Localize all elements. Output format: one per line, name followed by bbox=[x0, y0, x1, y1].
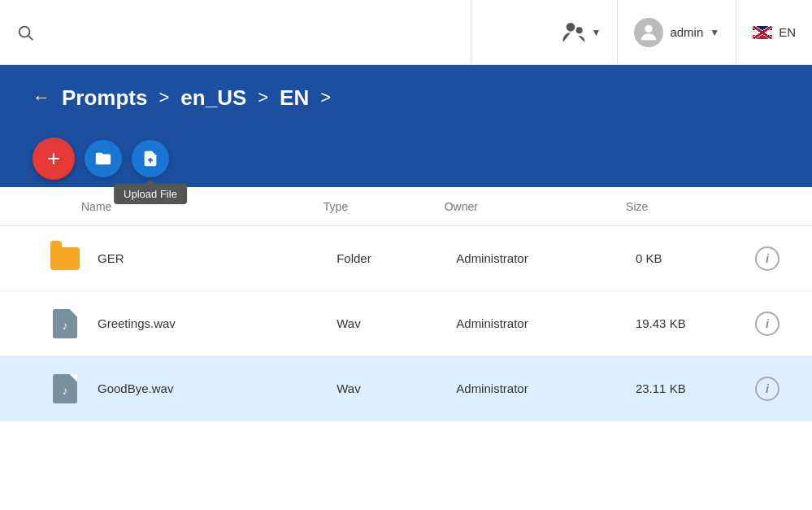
row-icon-col: ♪ bbox=[49, 309, 81, 338]
audio-icon-inner: ♪ bbox=[63, 384, 68, 397]
file-list-header: Name Type Owner Size bbox=[0, 187, 812, 226]
add-button[interactable]: + bbox=[33, 137, 75, 180]
file-size: 23.11 KB bbox=[636, 381, 755, 395]
breadcrumb-prompts[interactable]: Prompts bbox=[62, 85, 147, 111]
svg-point-4 bbox=[645, 24, 653, 32]
col-header-owner: Owner bbox=[445, 200, 626, 213]
file-owner: Administrator bbox=[456, 251, 636, 265]
breadcrumb-banner: ← Prompts > en_US > EN > bbox=[0, 65, 812, 130]
file-name: GoodBye.wav bbox=[98, 381, 337, 395]
admin-label: admin bbox=[670, 25, 703, 39]
plus-icon: + bbox=[47, 146, 60, 172]
admin-menu[interactable]: admin ▼ bbox=[618, 0, 736, 64]
upload-file-button[interactable] bbox=[132, 140, 169, 177]
users-icon bbox=[561, 20, 587, 46]
svg-point-2 bbox=[566, 23, 575, 32]
breadcrumb-sep-2: > bbox=[258, 87, 268, 108]
avatar bbox=[634, 18, 663, 47]
svg-line-1 bbox=[28, 36, 33, 40]
search-bar[interactable] bbox=[0, 0, 471, 64]
table-row[interactable]: GER Folder Administrator 0 KB i bbox=[0, 226, 812, 291]
info-icon: i bbox=[766, 382, 769, 395]
info-button[interactable]: i bbox=[755, 377, 779, 401]
col-header-size: Size bbox=[626, 200, 747, 213]
file-size: 19.43 KB bbox=[636, 316, 755, 330]
col-header-name: Name bbox=[81, 200, 323, 213]
folder-icon bbox=[50, 247, 80, 270]
row-icon-col bbox=[49, 247, 81, 270]
file-owner: Administrator bbox=[456, 316, 636, 330]
file-type: Folder bbox=[337, 251, 456, 265]
info-icon: i bbox=[766, 252, 769, 265]
lang-menu[interactable]: EN bbox=[736, 0, 812, 64]
breadcrumb-sep-3: > bbox=[320, 87, 331, 108]
topbar-right: ▼ admin ▼ EN bbox=[471, 0, 812, 64]
col-header-type: Type bbox=[323, 200, 445, 213]
audio-file-icon: ♪ bbox=[53, 374, 77, 403]
info-button[interactable]: i bbox=[755, 246, 779, 271]
file-name: GER bbox=[98, 251, 337, 265]
flag-icon bbox=[753, 26, 772, 39]
breadcrumb-en[interactable]: EN bbox=[280, 85, 309, 111]
file-name: Greetings.wav bbox=[98, 316, 337, 330]
audio-file-icon: ♪ bbox=[53, 309, 77, 338]
file-type: Wav bbox=[337, 316, 456, 330]
row-icon-col: ♪ bbox=[49, 374, 81, 403]
back-button[interactable]: ← bbox=[33, 87, 50, 108]
admin-chevron-icon: ▼ bbox=[710, 27, 719, 38]
svg-point-0 bbox=[20, 26, 30, 37]
folder-add-icon bbox=[94, 150, 112, 168]
lang-label: EN bbox=[779, 25, 796, 39]
audio-icon-inner: ♪ bbox=[63, 319, 68, 332]
breadcrumb-en-us[interactable]: en_US bbox=[180, 85, 246, 111]
users-chevron-icon: ▼ bbox=[592, 27, 601, 38]
info-button[interactable]: i bbox=[755, 312, 779, 336]
search-icon bbox=[16, 24, 34, 41]
breadcrumb-sep-1: > bbox=[158, 87, 169, 108]
upload-file-icon bbox=[141, 150, 159, 168]
info-icon: i bbox=[766, 317, 769, 330]
table-row[interactable]: ♪ GoodBye.wav Wav Administrator 23.11 KB… bbox=[0, 356, 812, 421]
upload-button-wrapper: Upload File bbox=[132, 140, 169, 177]
topbar: ▼ admin ▼ EN bbox=[0, 0, 812, 65]
file-size: 0 KB bbox=[636, 251, 755, 265]
toolbar: + Upload File bbox=[0, 130, 812, 187]
file-type: Wav bbox=[337, 381, 456, 395]
file-list: Name Type Owner Size GER Folder Administ… bbox=[0, 187, 812, 421]
add-folder-button[interactable] bbox=[85, 140, 122, 177]
svg-point-3 bbox=[575, 27, 582, 33]
table-row[interactable]: ♪ Greetings.wav Wav Administrator 19.43 … bbox=[0, 291, 812, 356]
file-owner: Administrator bbox=[456, 381, 636, 395]
users-menu[interactable]: ▼ bbox=[545, 0, 619, 64]
